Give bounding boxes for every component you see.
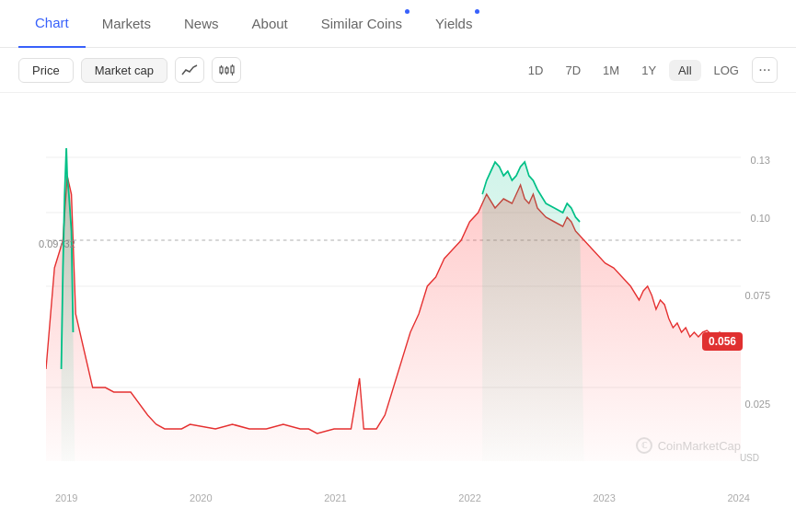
- chart-container: 0.13 0.10 0.075 0.025 0.09732 0.056 ℂ Co…: [18, 102, 778, 489]
- x-label-2023: 2023: [593, 492, 615, 503]
- yields-dot: [475, 9, 479, 14]
- toolbar-right: 1D 7D 1M 1Y All LOG ···: [519, 57, 778, 83]
- y-label-0025: 0.025: [744, 399, 770, 410]
- chart-area: 0.13 0.10 0.075 0.025 0.09732 0.056 ℂ Co…: [0, 93, 796, 516]
- tab-similar-coins[interactable]: Similar Coins: [305, 0, 419, 48]
- chart-toolbar: Price Market cap 1D 7D: [0, 48, 796, 93]
- x-label-2020: 2020: [190, 492, 212, 503]
- tab-about[interactable]: About: [236, 0, 305, 48]
- time-1d[interactable]: 1D: [519, 60, 553, 81]
- time-7d[interactable]: 7D: [556, 60, 590, 81]
- y-label-010: 0.10: [751, 213, 770, 224]
- line-chart-icon[interactable]: [175, 57, 204, 83]
- x-label-2022: 2022: [458, 492, 480, 503]
- tab-news[interactable]: News: [167, 0, 236, 48]
- svg-rect-0: [220, 67, 223, 73]
- time-all[interactable]: All: [669, 60, 700, 81]
- currency-label: USD: [740, 453, 759, 463]
- tab-yields[interactable]: Yields: [419, 0, 489, 48]
- time-1m[interactable]: 1M: [594, 60, 629, 81]
- tab-markets[interactable]: Markets: [86, 0, 167, 48]
- tab-chart[interactable]: Chart: [18, 0, 86, 48]
- similar-coins-dot: [405, 9, 410, 14]
- x-axis-labels: 2019 2020 2021 2022 2023 2024: [18, 489, 778, 503]
- svg-rect-3: [225, 68, 228, 73]
- time-1y[interactable]: 1Y: [632, 60, 665, 81]
- x-label-2024: 2024: [727, 492, 749, 503]
- coinmarketcap-logo: ℂ: [636, 437, 652, 454]
- log-button[interactable]: LOG: [705, 60, 748, 81]
- more-options-button[interactable]: ···: [752, 57, 778, 83]
- price-button[interactable]: Price: [18, 58, 74, 83]
- price-chart-svg: [46, 102, 741, 470]
- ref-price-label: 0.09732: [39, 238, 75, 249]
- x-label-2019: 2019: [55, 492, 77, 503]
- candle-chart-icon[interactable]: [212, 57, 241, 83]
- current-price-badge: 0.056: [702, 332, 743, 351]
- watermark: ℂ CoinMarketCap: [636, 437, 741, 454]
- x-label-2021: 2021: [324, 492, 346, 503]
- market-cap-button[interactable]: Market cap: [81, 58, 167, 83]
- y-label-0075: 0.075: [744, 290, 770, 301]
- y-label-013: 0.13: [751, 155, 770, 166]
- toolbar-left: Price Market cap: [18, 57, 241, 83]
- svg-rect-6: [231, 66, 234, 73]
- nav-tabs: Chart Markets News About Similar Coins Y…: [0, 0, 796, 48]
